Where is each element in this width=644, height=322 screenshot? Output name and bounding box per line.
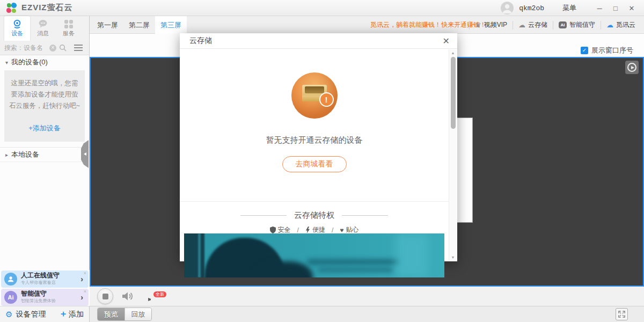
sidebar-tab-devices[interactable]: 设备 [4, 16, 30, 41]
menu-button[interactable]: 菜单 [562, 3, 576, 13]
empty-device-text: 这里还是空的哦，您需要添加设备才能使用萤石云服务，赶快行动吧~ [9, 78, 80, 112]
search-input[interactable] [4, 44, 48, 52]
sidebar-tab-label: 服务 [63, 30, 75, 38]
blue-cloud-icon: ☁ [606, 21, 613, 28]
grid-dots-icon [64, 20, 73, 28]
app-window: EZVIZ萤石云 qkm2ob 菜单 ─ □ ✕ 设备 消息 [0, 0, 644, 322]
promo-human-guard[interactable]: 人工在线值守 专人帮你看家看店 › × [1, 270, 89, 288]
add-label: 添加 [69, 310, 84, 319]
service-mixun-cloud[interactable]: ☁ 觅讯云 [601, 21, 641, 30]
group-my-devices[interactable]: ▾ 我的设备(0) [0, 55, 89, 69]
fullscreen-button[interactable] [616, 308, 628, 320]
ezviz-logo-icon [6, 3, 17, 13]
scrollbar-thumb[interactable] [451, 57, 456, 129]
playback-tab[interactable]: 回放 [125, 308, 151, 320]
show-window-number-label: 展示窗口序号 [591, 46, 633, 55]
close-icon[interactable]: × [84, 289, 86, 294]
add-device-link[interactable]: +添加设备 [28, 123, 61, 133]
shield-icon [270, 226, 276, 233]
fullscreen-icon [618, 311, 625, 318]
lightning-icon [305, 226, 310, 233]
avatar[interactable] [501, 2, 514, 14]
dialog-title: 云存储 [189, 36, 212, 46]
bottom-bar: 预览 回放 [90, 306, 644, 322]
promo-subtitle: 智能算法免费体验 [21, 298, 56, 304]
cloud-storage-dialog: 云存储 ✕ ! 暂无支持开通云存储的设备 去商城看看 云存储特权 [180, 33, 457, 261]
app-title: EZVIZ萤石云 [21, 3, 73, 13]
go-to-mall-button[interactable]: 去商城看看 [282, 156, 347, 172]
screen-tabs: 第一屏 第二屏 第三屏 [92, 16, 187, 34]
tab-screen-1[interactable]: 第一屏 [92, 16, 123, 34]
device-manage-button[interactable]: 设备管理 [16, 310, 46, 319]
close-icon[interactable]: × [84, 270, 86, 276]
collapse-arrow-icon [84, 152, 86, 156]
privileges-heading: 云存储特权 [180, 210, 449, 221]
list-menu-icon[interactable] [74, 45, 83, 51]
clear-icon[interactable]: × [49, 45, 56, 52]
ptz-play-button[interactable] [625, 61, 639, 74]
plus-icon: ＋ [59, 309, 68, 320]
service-ai-guard[interactable]: AI 智能值守 [553, 21, 601, 30]
sidebar-tabs: 设备 消息 服务 [0, 16, 90, 41]
chevron-down-icon: ▾ [5, 60, 8, 65]
promo-marquee[interactable]: 觅讯云，躺着就能赚钱！快来开通赚钱！ [363, 16, 486, 34]
separator: / [332, 226, 333, 234]
promo-title: 智能值守 [21, 290, 60, 297]
service-label: 视频VIP [484, 20, 507, 30]
stop-button[interactable] [97, 288, 113, 304]
service-label: 智能值守 [569, 20, 595, 30]
exclamation-badge-icon: ! [319, 92, 334, 107]
close-button[interactable]: ✕ [624, 4, 640, 12]
device-list-panel: ▾ 我的设备(0) 这里还是空的哦，您需要添加设备才能使用萤石云服务，赶快行动吧… [0, 55, 90, 270]
dialog-body: ! 暂无支持开通云存储的设备 去商城看看 云存储特权 安全 / 便捷 [180, 49, 449, 261]
maximize-button[interactable]: □ [608, 4, 624, 12]
stop-icon [103, 294, 108, 299]
empty-device-box: 这里还是空的哦，您需要添加设备才能使用萤石云服务，赶快行动吧~ +添加设备 [4, 70, 85, 142]
scroll-down-icon[interactable]: ▼ [449, 255, 457, 259]
tab-screen-3[interactable]: 第三屏 [155, 16, 187, 34]
service-label: 云存储 [528, 20, 547, 30]
chevron-right-icon: ▸ [5, 152, 8, 158]
webcam-icon [12, 19, 22, 28]
add-device-button[interactable]: ＋ 添加 [59, 309, 84, 320]
ai-icon: Ai [4, 291, 17, 304]
promo-subtitle: 专人帮你看家看店 [21, 280, 56, 286]
service-label: 觅讯云 [616, 20, 635, 30]
separator: / [297, 226, 299, 234]
no-device-message: 暂无支持开通云存储的设备 [180, 135, 449, 145]
tab-screen-2[interactable]: 第二屏 [123, 16, 155, 34]
play-circle-icon [627, 63, 636, 72]
search-icon[interactable] [59, 44, 67, 52]
sidebar-tab-services[interactable]: 服务 [56, 16, 82, 41]
volume-button[interactable] [122, 291, 135, 301]
preview-tab[interactable]: 预览 [98, 308, 125, 320]
chevron-right-icon: › [80, 293, 83, 302]
minimize-button[interactable]: ─ [591, 4, 608, 12]
search-bar: × [0, 41, 90, 55]
sidebar-tab-label: 消息 [37, 30, 49, 38]
divider [180, 201, 449, 202]
scrollbar[interactable]: ▲ ▼ [449, 49, 457, 261]
service-cloud-storage[interactable]: ☁ 云存储 [513, 21, 553, 30]
sidebar-tab-label: 设备 [11, 30, 23, 38]
promo-banner-image [184, 233, 444, 277]
privileges-title: 云存储特权 [294, 210, 334, 221]
service-toolbar: ♛ 视频VIP ☁ 云存储 AI 智能值守 ☁ 觅讯云 [469, 16, 641, 34]
ai-badge-icon: AI [559, 21, 567, 28]
cloud-icon: ☁ [518, 21, 525, 28]
checkbox-checked-icon[interactable]: ✓ [581, 47, 588, 54]
dialog-close-button[interactable]: ✕ [443, 36, 450, 46]
chevron-right-icon: › [80, 275, 83, 283]
sidebar-tab-messages[interactable]: 消息 [30, 16, 56, 41]
service-video-vip[interactable]: ♛ 视频VIP [469, 21, 513, 30]
group-local-devices[interactable]: ▸ 本地设备 [0, 147, 89, 162]
crown-icon: ♛ [475, 21, 481, 28]
promo-ai-guard[interactable]: Ai 智能值守 智能算法免费体验 › × [1, 289, 89, 306]
username[interactable]: qkm2ob [519, 4, 544, 12]
scroll-up-icon[interactable]: ▲ [449, 51, 457, 55]
dialog-header: 云存储 ✕ [180, 33, 457, 49]
show-window-number-option[interactable]: ✓ 展示窗口序号 [581, 46, 633, 55]
local-devices-label: 本地设备 [11, 150, 39, 159]
heart-icon: ♥ [340, 226, 343, 234]
chat-bubble-icon [38, 19, 48, 28]
